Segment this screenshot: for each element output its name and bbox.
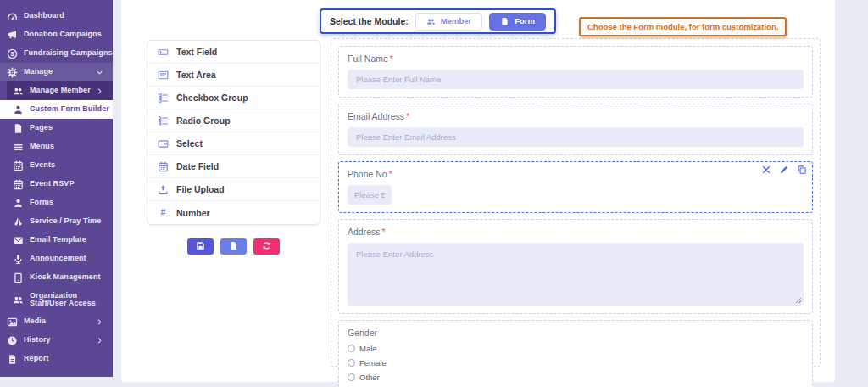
clock-icon	[7, 335, 18, 346]
palette-item-text-area[interactable]: Text Area	[147, 64, 320, 87]
chevron-right-icon	[96, 318, 103, 326]
radio-option-female: Female	[348, 358, 804, 367]
module-member-button[interactable]: Member	[415, 13, 482, 31]
money-icon: $	[7, 48, 18, 59]
module-button-label: Member	[441, 17, 471, 25]
palette-item-date-field[interactable]: Date Field	[147, 155, 320, 178]
sidebar-item-label: Service / Pray Time	[30, 217, 101, 225]
full-name-input[interactable]	[348, 70, 804, 89]
sidebar-item-announcement[interactable]: Announcement	[0, 250, 113, 268]
sidebar-item-label: Kiosk Management	[30, 273, 101, 281]
palette-item-text-field[interactable]: Text Field	[147, 41, 320, 64]
module-selector-bar: Select the Module: MemberForm	[320, 8, 556, 34]
sidebar-item-kiosk-management[interactable]: Kiosk Management	[0, 268, 113, 287]
palette-item-label: Checkbox Group	[176, 93, 248, 103]
delete-icon[interactable]	[761, 165, 771, 175]
user-icon	[13, 104, 24, 115]
edit-icon[interactable]	[779, 165, 789, 175]
sidebar-item-event-rsvp[interactable]: Event RSVP	[0, 175, 113, 194]
palette-item-checkbox-group[interactable]: Checkbox Group	[147, 87, 320, 109]
sidebar-item-label: Email Template	[30, 236, 86, 244]
sidebar-item-label: Donation Campaigns	[24, 31, 102, 38]
svg-text:#: #	[161, 207, 166, 217]
sidebar-item-dashboard[interactable]: Dashboard	[0, 7, 113, 25]
palette-item-label: Date Field	[176, 161, 219, 171]
radio-option-label: Male	[359, 344, 377, 353]
radio-option-male: Male	[348, 344, 804, 353]
radio-option-other: Other	[348, 373, 804, 382]
chevron-right-icon	[96, 337, 103, 345]
sidebar-item-events[interactable]: Events	[0, 156, 113, 175]
form-field-block-address[interactable]: Address*	[338, 219, 813, 314]
sidebar-item-media[interactable]: Media	[0, 312, 113, 331]
file-icon	[500, 17, 509, 26]
radio-option-label: Other	[359, 373, 380, 382]
calendar-icon	[13, 179, 24, 190]
document-button[interactable]	[220, 238, 247, 255]
module-selector-label: Select the Module:	[330, 16, 409, 26]
module-form-button[interactable]: Form	[489, 13, 546, 31]
chevron-down-icon	[96, 69, 103, 76]
sidebar-item-custom-form-builder[interactable]: Custom Form Builder	[0, 100, 113, 119]
sidebar-item-label: Pages	[30, 124, 53, 132]
sidebar-item-label: Report	[24, 355, 49, 362]
palette-item-number[interactable]: #Number	[147, 201, 320, 224]
form-field-block-full-name[interactable]: Full Name*	[338, 46, 813, 98]
menu-lines-icon	[13, 142, 24, 153]
palette-item-select[interactable]: Select	[147, 132, 320, 155]
palette-item-file-upload[interactable]: File Upload	[147, 178, 320, 201]
sidebar: DashboardDonation Campaigns$Fundraising …	[0, 0, 113, 377]
address-textarea[interactable]	[348, 243, 804, 306]
sidebar-item-label: Organization Staff/User Access	[30, 292, 109, 308]
save-button[interactable]	[187, 238, 214, 255]
radio-button[interactable]	[348, 373, 355, 381]
field-label: Gender	[348, 328, 804, 338]
palette-action-buttons	[147, 238, 320, 255]
field-label: Full Name*	[348, 53, 804, 64]
users-icon	[426, 17, 436, 26]
refresh-icon	[262, 240, 271, 253]
upload-icon	[158, 184, 169, 195]
radio-option-label: Female	[359, 358, 387, 367]
sidebar-item-manage[interactable]: Manage	[0, 63, 113, 81]
palette-item-label: Text Area	[176, 70, 216, 80]
sidebar-item-donation-campaigns[interactable]: Donation Campaigns	[0, 25, 113, 44]
sidebar-item-email-template[interactable]: Email Template	[0, 231, 113, 250]
checkbox-group-icon	[158, 93, 169, 104]
palette-item-label: Number	[176, 208, 210, 218]
sidebar-item-pages[interactable]: Pages	[0, 119, 113, 137]
required-asterisk: *	[390, 53, 393, 64]
sidebar-item-label: Manage	[24, 68, 53, 76]
sidebar-item-label: Fundraising Campaigns	[24, 49, 113, 57]
sidebar-item-organization-staff-user-access[interactable]: Organization Staff/User Access	[0, 287, 113, 312]
radio-button[interactable]	[348, 345, 355, 352]
sidebar-item-label: Menus	[30, 143, 54, 150]
sidebar-item-history[interactable]: History	[0, 331, 113, 350]
radio-button[interactable]	[348, 359, 355, 367]
palette-item-radio-group[interactable]: Radio Group	[147, 109, 320, 132]
number-icon: #	[158, 207, 169, 218]
sidebar-item-fundraising-campaigns[interactable]: $Fundraising Campaigns	[0, 44, 113, 63]
text-area-icon	[158, 70, 169, 81]
copy-icon[interactable]	[797, 165, 807, 175]
select-icon	[158, 138, 169, 149]
text-field-icon	[158, 47, 169, 58]
field-label: Address*	[348, 227, 804, 237]
sidebar-item-manage-member[interactable]: Manage Member	[7, 81, 113, 100]
email-address-input[interactable]	[348, 127, 804, 147]
form-field-block-phone-no[interactable]: Phone No*	[338, 161, 813, 213]
sidebar-item-menus[interactable]: Menus	[0, 137, 113, 156]
form-field-block-gender[interactable]: GenderMaleFemaleOther	[338, 320, 813, 387]
user-icon	[13, 198, 24, 209]
mic-icon	[13, 254, 24, 265]
sidebar-item-label: History	[24, 336, 51, 344]
phone-no-input[interactable]	[348, 185, 392, 205]
dashboard-icon	[7, 11, 18, 22]
required-asterisk: *	[382, 227, 386, 237]
form-field-block-email-address[interactable]: Email Address*	[338, 104, 813, 155]
palette-item-label: Radio Group	[176, 115, 231, 126]
sidebar-item-forms[interactable]: Forms	[0, 194, 113, 212]
sidebar-item-report[interactable]: Report	[0, 350, 113, 368]
sidebar-item-service-pray-time[interactable]: Service / Pray Time	[0, 212, 113, 231]
reset-button[interactable]	[253, 238, 280, 255]
